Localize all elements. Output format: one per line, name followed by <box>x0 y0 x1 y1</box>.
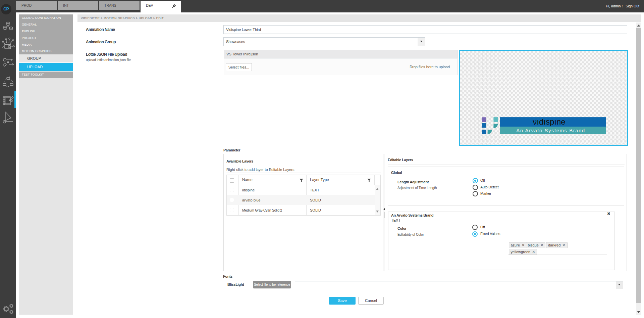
svg-text:An Arvato Systems Brand: An Arvato Systems Brand <box>516 128 585 133</box>
svg-text:νıdıspıne: νıdıspıne <box>533 117 565 126</box>
